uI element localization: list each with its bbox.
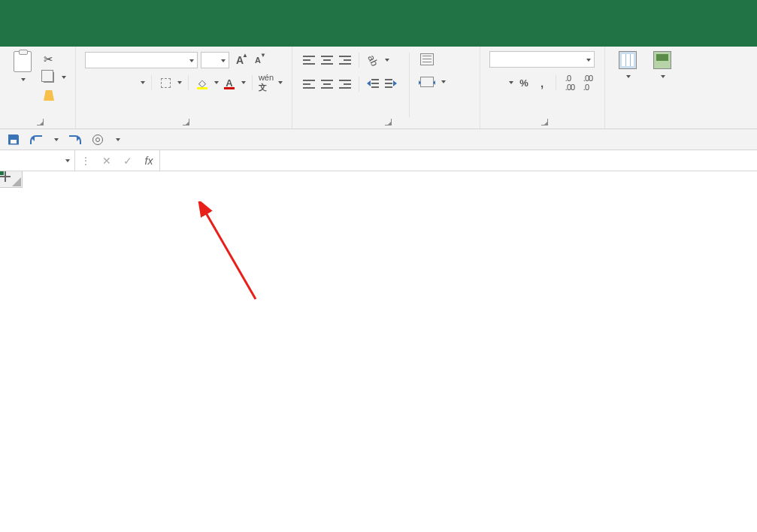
group-clipboard: ✂ bbox=[0, 47, 76, 128]
select-all-corner[interactable] bbox=[0, 171, 23, 188]
cells-area[interactable] bbox=[23, 188, 757, 532]
border-button[interactable] bbox=[158, 75, 173, 90]
font-name-combo[interactable] bbox=[85, 52, 198, 68]
column-headers bbox=[23, 171, 757, 188]
undo-button[interactable] bbox=[30, 134, 42, 146]
align-bottom-button[interactable] bbox=[338, 53, 353, 68]
merge-center-button[interactable] bbox=[420, 74, 446, 90]
paste-button[interactable] bbox=[9, 51, 36, 81]
format-as-table-button[interactable] bbox=[649, 51, 676, 78]
border-icon bbox=[161, 78, 171, 88]
formula-input[interactable] bbox=[160, 150, 757, 171]
bold-button[interactable] bbox=[85, 75, 100, 90]
cut-button[interactable]: ✂ bbox=[44, 51, 66, 68]
chevron-down-icon bbox=[21, 78, 26, 81]
percent-button[interactable]: % bbox=[516, 75, 531, 90]
separator bbox=[409, 53, 410, 117]
phonetic-button[interactable]: wén文 bbox=[259, 75, 274, 90]
align-top-button[interactable] bbox=[301, 53, 316, 68]
chevron-down-icon[interactable] bbox=[141, 81, 145, 84]
decrease-font-button[interactable]: A▼ bbox=[250, 53, 265, 68]
fill-color-swatch bbox=[197, 87, 207, 89]
conditional-format-button[interactable] bbox=[614, 51, 641, 78]
dialog-launcher-icon[interactable] bbox=[385, 119, 392, 125]
format-painter-button[interactable] bbox=[44, 87, 66, 104]
scissors-icon: ✂ bbox=[44, 53, 53, 66]
increase-indent-button[interactable] bbox=[383, 77, 398, 92]
spreadsheet-grid[interactable] bbox=[0, 171, 757, 532]
group-align: ab bbox=[292, 47, 480, 128]
font-size-combo[interactable] bbox=[201, 52, 229, 68]
underline-button[interactable] bbox=[121, 75, 136, 90]
chevron-down-icon[interactable] bbox=[54, 138, 59, 141]
chevron-down-icon[interactable] bbox=[278, 81, 283, 84]
separator bbox=[252, 75, 253, 90]
conditional-format-icon bbox=[619, 51, 637, 69]
percent-icon: % bbox=[519, 77, 528, 89]
separator bbox=[556, 75, 556, 90]
align-center-button[interactable] bbox=[319, 77, 335, 92]
font-color-button[interactable]: A bbox=[222, 75, 237, 90]
merge-icon bbox=[420, 77, 434, 87]
check-icon: ✓ bbox=[123, 155, 132, 167]
align-bottom-icon bbox=[339, 56, 351, 65]
orientation-button[interactable]: ab bbox=[365, 53, 380, 68]
wrap-text-icon bbox=[420, 53, 434, 65]
fill-color-button[interactable]: ◇ bbox=[195, 75, 210, 90]
comma-icon: , bbox=[540, 77, 544, 89]
align-right-button[interactable] bbox=[338, 77, 353, 92]
dialog-launcher-icon[interactable] bbox=[183, 119, 189, 125]
align-top-icon bbox=[303, 56, 315, 65]
chevron-down-icon[interactable] bbox=[241, 81, 246, 84]
decrease-indent-button[interactable] bbox=[365, 77, 380, 92]
decrease-decimal-button[interactable]: .00.0 bbox=[580, 75, 595, 90]
chevron-down-icon[interactable] bbox=[116, 138, 120, 141]
comma-button[interactable]: , bbox=[534, 75, 550, 90]
chevron-down-icon[interactable] bbox=[214, 81, 219, 84]
chevron-down-icon bbox=[586, 59, 591, 62]
chevron-down-icon[interactable] bbox=[385, 59, 389, 62]
quick-access-toolbar bbox=[0, 129, 757, 150]
fx-icon: fx bbox=[145, 155, 153, 167]
touch-mode-button[interactable] bbox=[92, 134, 104, 146]
group-styles bbox=[605, 47, 685, 128]
align-left-button[interactable] bbox=[301, 77, 316, 92]
accounting-format-button[interactable] bbox=[489, 75, 504, 90]
group-number: % , .0.00 .00.0 bbox=[480, 47, 605, 128]
separator bbox=[359, 53, 359, 68]
wrap-text-button[interactable] bbox=[420, 51, 446, 68]
separator bbox=[359, 77, 359, 92]
dialog-launcher-icon[interactable] bbox=[37, 119, 44, 125]
redo-button[interactable] bbox=[69, 134, 81, 146]
touch-icon bbox=[92, 135, 103, 145]
number-format-combo[interactable] bbox=[489, 51, 595, 68]
align-middle-icon bbox=[321, 56, 333, 65]
ribbon-tabs bbox=[0, 23, 757, 47]
align-left-icon bbox=[303, 80, 315, 89]
save-icon bbox=[8, 135, 19, 145]
dialog-launcher-icon[interactable] bbox=[541, 119, 548, 125]
chevron-down-icon[interactable] bbox=[509, 81, 513, 84]
save-button[interactable] bbox=[8, 134, 20, 146]
name-box[interactable] bbox=[0, 150, 75, 171]
italic-button[interactable] bbox=[103, 75, 118, 90]
phonetic-icon: wén文 bbox=[259, 73, 274, 93]
align-middle-button[interactable] bbox=[319, 53, 335, 68]
align-center-icon bbox=[321, 80, 333, 89]
separator-button: ⋮ bbox=[75, 155, 96, 167]
insert-function-button[interactable]: fx bbox=[138, 155, 159, 167]
chevron-down-icon[interactable] bbox=[177, 81, 182, 84]
copy-icon bbox=[44, 72, 54, 83]
increase-indent-icon bbox=[385, 79, 397, 89]
chevron-down-icon bbox=[65, 159, 70, 162]
decrease-indent-icon bbox=[367, 79, 379, 89]
cancel-button[interactable]: ✕ bbox=[96, 155, 117, 167]
increase-font-button[interactable]: A▲ bbox=[232, 53, 247, 68]
copy-button[interactable] bbox=[44, 69, 66, 86]
font-color-swatch bbox=[224, 87, 235, 89]
chevron-down-icon bbox=[189, 59, 194, 62]
enter-button[interactable]: ✓ bbox=[117, 155, 138, 167]
chevron-down-icon bbox=[661, 75, 665, 78]
chevron-down-icon bbox=[62, 76, 66, 79]
increase-decimal-button[interactable]: .0.00 bbox=[562, 75, 577, 90]
